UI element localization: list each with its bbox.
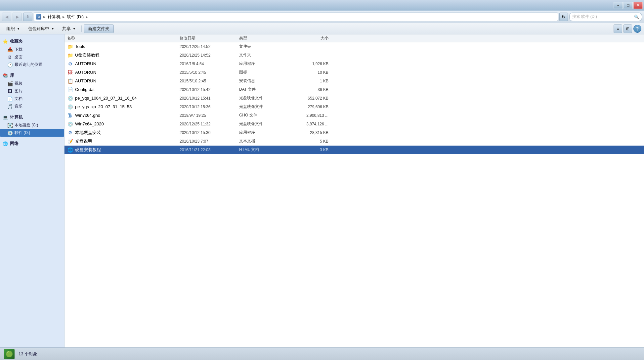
sidebar-item-download-label: 下载: [15, 47, 22, 52]
search-area[interactable]: 搜索 软件 (D:) 🔍: [569, 13, 642, 21]
file-date: 2020/10/12 15:41: [180, 96, 239, 101]
sidebar-item-desktop[interactable]: 🖥 桌面: [0, 53, 64, 61]
table-row[interactable]: ⚙ 本地硬盘安装 2020/10/12 15:30 应用程序 28,315 KB: [64, 128, 644, 137]
file-type-icon: ⚙: [67, 130, 73, 136]
library-header[interactable]: 📚 库: [0, 71, 64, 80]
sidebar-item-d-drive[interactable]: 💿 软件 (D:): [0, 129, 64, 137]
file-name-cell: 🖼 AUTORUN: [67, 69, 180, 75]
organize-label: 组织: [6, 26, 15, 32]
sidebar-item-recent[interactable]: 🕐 最近访问的位置: [0, 61, 64, 68]
table-row[interactable]: ⚙ AUTORUN 2016/1/8 4:54 应用程序 1,926 KB: [64, 60, 644, 68]
titlebar: － □ ✕: [0, 0, 644, 11]
organize-button[interactable]: 组织 ▼: [3, 24, 23, 33]
file-name-text: AUTORUN: [75, 61, 96, 66]
file-type: 文件夹: [239, 52, 289, 58]
file-date: 2020/12/25 14:52: [180, 53, 239, 58]
minimize-button[interactable]: －: [614, 2, 623, 9]
table-row[interactable]: 🖼 AUTORUN 2015/5/10 2:45 图标 10 KB: [64, 68, 644, 77]
file-date: 2020/12/25 14:52: [180, 44, 239, 49]
include-button[interactable]: 包含到库中 ▼: [24, 24, 58, 33]
include-dropdown-icon: ▼: [51, 27, 54, 30]
sidebar-item-c-drive-label: 本地磁盘 (C:): [15, 122, 38, 128]
file-area: 名称 修改日期 类型 大小 📁 Tools 2020/12/25 14:52 文…: [64, 34, 644, 347]
file-name-cell: 📁 Tools: [67, 44, 180, 50]
file-type-icon: 🖼: [67, 69, 73, 75]
refresh-button[interactable]: ↻: [559, 13, 568, 21]
view-button[interactable]: ≡: [614, 24, 622, 33]
col-date-header[interactable]: 修改日期: [180, 35, 239, 41]
network-label: 网络: [10, 141, 19, 147]
file-type: 应用程序: [239, 130, 289, 135]
table-row[interactable]: 🗜 Win7x64.gho 2019/9/7 19:25 GHO 文件 2,90…: [64, 111, 644, 120]
network-header[interactable]: 🌐 网络: [0, 139, 64, 148]
table-row[interactable]: 📁 Tools 2020/12/25 14:52 文件夹: [64, 42, 644, 51]
close-button[interactable]: ✕: [633, 2, 643, 9]
file-type-icon: 💿: [67, 121, 73, 127]
sidebar-item-download[interactable]: 📥 下载: [0, 46, 64, 53]
sidebar-item-document-label: 文档: [15, 96, 22, 102]
file-name-cell: 💿 pe_yqs_xp_20_07_31_15_53: [67, 104, 180, 110]
file-type-icon: 💿: [67, 95, 73, 101]
file-type-icon: ⚙: [67, 61, 73, 67]
col-type-header[interactable]: 类型: [239, 35, 289, 41]
file-date: 2015/5/10 2:45: [180, 79, 239, 83]
share-button[interactable]: 共享 ▼: [59, 24, 79, 33]
sidebar-item-picture[interactable]: 🖼 图片: [0, 87, 64, 95]
table-row[interactable]: 💿 pe_yqs_1064_20_07_31_16_04 2020/10/12 …: [64, 94, 644, 103]
favorites-header[interactable]: ⭐ 收藏夹: [0, 37, 64, 46]
file-size: 279,696 KB: [289, 105, 328, 109]
addressbar: ◀ ▶ ⇧ 🖥 ► 计算机 ► 软件 (D:) ► ↻ 搜索 软件 (D:) 🔍: [0, 11, 644, 23]
sidebar-item-video[interactable]: 🎬 视频: [0, 80, 64, 87]
toolbar: 组织 ▼ 包含到库中 ▼ 共享 ▼ 新建文件夹 ≡ ⊞ ?: [0, 23, 644, 34]
maximize-button[interactable]: □: [623, 2, 633, 9]
file-date: 2020/12/25 11:32: [180, 122, 239, 126]
main-layout: ⭐ 收藏夹 📥 下载 🖥 桌面 🕐 最近访问的位置 📚 库 🎬: [0, 34, 644, 347]
star-icon: ⭐: [3, 39, 8, 44]
music-icon: 🎵: [7, 104, 13, 109]
back-button[interactable]: ◀: [2, 13, 11, 21]
picture-icon: 🖼: [7, 89, 13, 94]
sidebar-item-music[interactable]: 🎵 音乐: [0, 103, 64, 110]
table-row[interactable]: 📋 AUTORUN 2015/5/10 2:45 安装信息 1 KB: [64, 77, 644, 85]
breadcrumb-computer[interactable]: 计算机: [48, 14, 61, 20]
file-name-text: Config.dat: [75, 87, 95, 92]
c-drive-icon: 💽: [7, 123, 13, 128]
desktop-icon: 🖥: [7, 55, 13, 60]
forward-button[interactable]: ▶: [13, 13, 22, 21]
table-row[interactable]: 🌐 硬盘安装教程 2016/11/21 22:03 HTML 文档 3 KB: [64, 146, 644, 154]
search-icon: 🔍: [634, 15, 639, 19]
help-button[interactable]: ?: [633, 25, 641, 33]
new-folder-button[interactable]: 新建文件夹: [84, 24, 114, 33]
file-type: 文件夹: [239, 44, 289, 49]
column-header: 名称 修改日期 类型 大小: [64, 34, 644, 42]
file-type: HTML 文档: [239, 147, 289, 153]
computer-header[interactable]: 💻 计算机: [0, 113, 64, 121]
up-button[interactable]: ⇧: [23, 13, 32, 21]
file-name-cell: 💿 Win7x64_2020: [67, 121, 180, 127]
table-row[interactable]: 💿 Win7x64_2020 2020/12/25 11:32 光盘映像文件 3…: [64, 120, 644, 128]
breadcrumb-sep-3: ►: [85, 15, 89, 19]
table-row[interactable]: 📝 光盘说明 2016/10/23 7:07 文本文档 5 KB: [64, 137, 644, 146]
file-type: 文本文档: [239, 138, 289, 144]
table-row[interactable]: 💿 pe_yqs_xp_20_07_31_15_53 2020/10/12 15…: [64, 103, 644, 111]
breadcrumb[interactable]: 🖥 ► 计算机 ► 软件 (D:) ►: [34, 13, 558, 21]
download-icon: 📥: [7, 47, 13, 52]
file-type: 应用程序: [239, 61, 289, 67]
organize-dropdown-icon: ▼: [17, 27, 20, 30]
new-folder-label: 新建文件夹: [88, 26, 109, 31]
sidebar-item-music-label: 音乐: [15, 104, 22, 109]
file-type-icon: 🌐: [67, 147, 73, 153]
breadcrumb-sep-2: ►: [62, 15, 65, 19]
view-toggle-button[interactable]: ⊞: [623, 24, 632, 33]
sidebar-item-c-drive[interactable]: 💽 本地磁盘 (C:): [0, 121, 64, 129]
sidebar-item-document[interactable]: 📄 文档: [0, 95, 64, 103]
table-row[interactable]: 📁 U盘安装教程 2020/12/25 14:52 文件夹: [64, 51, 644, 60]
file-date: 2020/10/12 15:30: [180, 130, 239, 135]
computer-label: 计算机: [10, 114, 23, 120]
col-name-header[interactable]: 名称: [67, 35, 180, 41]
table-row[interactable]: 📄 Config.dat 2020/10/12 15:42 DAT 文件 36 …: [64, 85, 644, 94]
status-count-text: 13 个对象: [19, 351, 37, 357]
breadcrumb-drive[interactable]: 软件 (D:): [67, 14, 84, 20]
file-date: 2020/10/12 15:42: [180, 87, 239, 92]
col-size-header[interactable]: 大小: [289, 35, 328, 41]
